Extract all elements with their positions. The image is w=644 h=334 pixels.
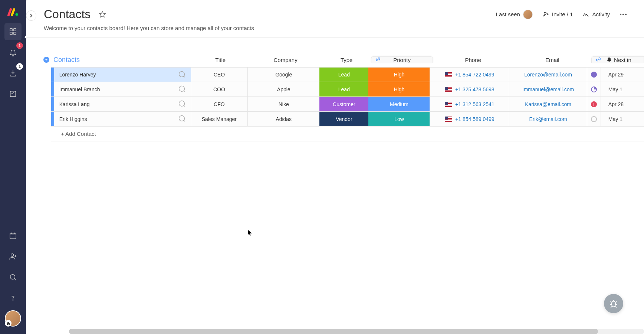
status-dot-icon — [591, 86, 597, 92]
board-title[interactable]: Contacts — [44, 7, 91, 21]
cell-type[interactable]: Customer — [319, 97, 368, 111]
cell-phone[interactable]: +1 854 722 0499 — [430, 68, 509, 82]
home-badge-icon — [5, 320, 12, 327]
cell-email[interactable]: Immanuel@email.com — [509, 82, 587, 96]
cell-date[interactable]: May 1 — [601, 112, 644, 126]
sidebar-help-icon[interactable] — [4, 289, 22, 307]
svg-point-7 — [11, 254, 14, 256]
add-contact-row[interactable]: + Add Contact — [51, 127, 644, 141]
cell-title[interactable]: Sales Manager — [191, 112, 247, 126]
svg-point-8 — [10, 275, 15, 279]
cell-company[interactable]: Apple — [247, 82, 319, 96]
svg-point-0 — [16, 13, 18, 16]
cell-name[interactable]: Lorenzo Harvey — [54, 68, 191, 82]
cell-priority[interactable]: Medium — [368, 97, 430, 111]
sidebar-expand-button[interactable] — [26, 10, 36, 21]
contact-name: Karissa Lang — [59, 101, 90, 107]
sidebar-mywork-icon[interactable] — [4, 85, 22, 102]
favorite-star-button[interactable] — [96, 9, 108, 20]
cell-phone[interactable]: +1 325 478 5698 — [430, 82, 509, 96]
chat-icon[interactable] — [177, 70, 185, 79]
activity-label: Activity — [592, 11, 610, 17]
group-collapse-toggle[interactable] — [42, 56, 51, 63]
sidebar-boards-icon[interactable] — [4, 23, 22, 40]
cell-name[interactable]: Immanuel Branch — [54, 82, 191, 96]
column-header-priority[interactable]: Priority — [371, 56, 433, 63]
svg-point-13 — [625, 13, 627, 15]
cell-name[interactable]: Erik Higgins — [54, 112, 191, 126]
group-name[interactable]: Contacts — [51, 56, 191, 64]
table-row[interactable]: Lorenzo HarveyCEOGoogleLeadHigh+1 854 72… — [51, 67, 644, 82]
column-header-next-label: Next in — [614, 57, 631, 63]
user-avatar[interactable] — [5, 310, 21, 327]
chat-icon[interactable] — [177, 85, 185, 94]
app-logo[interactable] — [6, 4, 20, 19]
scrollbar-thumb[interactable] — [69, 329, 598, 334]
horizontal-scrollbar[interactable] — [69, 329, 644, 334]
cell-status[interactable] — [587, 82, 601, 96]
email-link[interactable]: Erik@email.com — [529, 116, 567, 122]
sidebar-inbox-icon[interactable]: 1 — [4, 65, 22, 82]
inbox-badge: 1 — [16, 63, 23, 70]
cell-date[interactable]: Apr 28 — [601, 97, 644, 111]
cell-date[interactable]: Apr 29 — [601, 68, 644, 82]
cell-type[interactable]: Vendor — [319, 112, 368, 126]
column-header-type[interactable]: Type — [322, 57, 371, 63]
sidebar-notifications-icon[interactable]: 1 — [4, 44, 22, 61]
column-header-next[interactable]: Next in — [591, 56, 644, 63]
svg-rect-1 — [10, 29, 12, 31]
last-seen-item[interactable]: Last seen — [496, 10, 533, 19]
cell-title[interactable]: CEO — [191, 68, 247, 82]
table-row[interactable]: Immanuel BranchCOOAppleLeadHigh+1 325 47… — [51, 82, 644, 97]
column-header-phone[interactable]: Phone — [433, 57, 513, 63]
cell-email[interactable]: Erik@email.com — [509, 112, 587, 126]
cell-type[interactable]: Lead — [319, 82, 368, 96]
cell-company[interactable]: Google — [247, 68, 319, 82]
cell-priority[interactable]: High — [368, 82, 430, 96]
email-link[interactable]: Karissa@email.com — [525, 101, 571, 107]
cell-status[interactable] — [587, 68, 601, 82]
cell-priority[interactable]: High — [368, 68, 430, 82]
bug-report-button[interactable] — [604, 294, 623, 313]
table-row[interactable]: Karissa LangCFONikeCustomerMedium+1 312 … — [51, 97, 644, 112]
chat-icon[interactable] — [177, 99, 185, 109]
cell-company[interactable]: Adidas — [247, 112, 319, 126]
table-row[interactable]: Erik HigginsSales ManagerAdidasVendorLow… — [51, 112, 644, 127]
email-link[interactable]: Lorenzo@email.com — [524, 72, 572, 78]
svg-rect-3 — [10, 32, 12, 35]
invite-button[interactable]: Invite / 1 — [542, 11, 573, 18]
cell-date[interactable]: May 1 — [601, 82, 644, 96]
group-color-bar — [51, 97, 54, 111]
board-header: Contacts Last seen Invite / 1 Activity — [26, 7, 644, 21]
cell-type[interactable]: Lead — [319, 68, 368, 82]
cell-priority[interactable]: Low — [368, 112, 430, 126]
sidebar-search-icon[interactable] — [4, 269, 22, 286]
email-link[interactable]: Immanuel@email.com — [522, 86, 574, 92]
column-header-priority-label: Priority — [393, 57, 411, 63]
cell-phone[interactable]: +1 312 563 2541 — [430, 97, 509, 111]
column-header-email[interactable]: Email — [513, 57, 591, 63]
cursor-icon — [247, 229, 253, 238]
board-more-button[interactable] — [617, 9, 629, 20]
activity-button[interactable]: Activity — [582, 11, 610, 18]
sidebar-invite-icon[interactable] — [4, 248, 22, 265]
cell-email[interactable]: Karissa@email.com — [509, 97, 587, 111]
svg-point-11 — [620, 13, 621, 15]
cell-status[interactable] — [587, 112, 601, 126]
cell-email[interactable]: Lorenzo@email.com — [509, 68, 587, 82]
group-color-bar — [51, 112, 54, 126]
column-header-company[interactable]: Company — [249, 57, 322, 63]
cell-company[interactable]: Nike — [247, 97, 319, 111]
cell-title[interactable]: COO — [191, 82, 247, 96]
status-dot-icon — [591, 116, 597, 122]
cell-name[interactable]: Karissa Lang — [54, 97, 191, 111]
cell-status[interactable] — [587, 97, 601, 111]
column-header-title[interactable]: Title — [191, 57, 249, 63]
board-description[interactable]: Welcome to your contacts board! Here you… — [26, 25, 644, 37]
cell-title[interactable]: CFO — [191, 97, 247, 111]
chat-icon[interactable] — [177, 114, 185, 124]
sidebar-calendar-icon[interactable] — [4, 227, 22, 244]
link-icon — [375, 56, 381, 63]
invite-label: Invite / 1 — [552, 11, 573, 17]
cell-phone[interactable]: +1 854 589 0499 — [430, 112, 509, 126]
